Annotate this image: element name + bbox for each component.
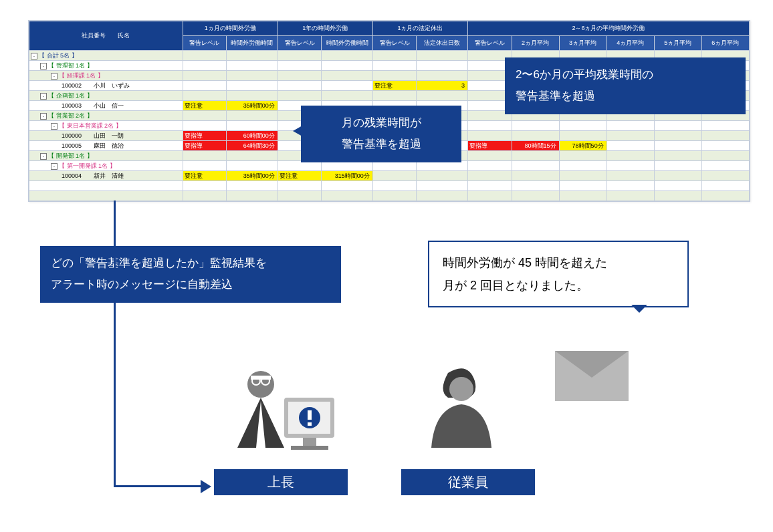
cell-emp1-lv3: 要注意 [372, 81, 417, 91]
cell-emp5-lv2: 要注意 [278, 171, 322, 181]
collapse-icon[interactable]: - [40, 93, 47, 100]
collapse-icon[interactable]: - [40, 63, 47, 70]
th-month-ot: 1ヵ月の時間外労働 [183, 21, 278, 36]
th-c12: 6ヵ月平均 [701, 36, 749, 51]
collapse-icon[interactable]: - [31, 53, 37, 59]
th-c2: 時間外労働時間 [227, 36, 278, 51]
actor-boss: 上長 [214, 361, 348, 495]
flow-line-vertical [114, 201, 116, 487]
actor-employee: 従業員 [401, 361, 535, 495]
boss-with-monitor-icon [224, 361, 338, 461]
collapse-icon[interactable]: - [40, 113, 47, 120]
label-boss: 上長 [214, 469, 348, 495]
th-c1: 警告レベル [183, 36, 227, 51]
collapse-icon[interactable]: - [51, 123, 58, 130]
th-holiday: 1ヵ月の法定休出 [372, 21, 467, 36]
svg-rect-10 [303, 438, 316, 446]
callout-month-overtime: 月の残業時間が 警告基準を超過 [301, 106, 461, 162]
th-c4: 時間外労働時間 [322, 36, 373, 51]
th-year-ot: 1年の時間外労働 [278, 21, 372, 36]
cell-emp4-lv4: 要指導 [467, 141, 512, 151]
th-c3: 警告レベル [278, 36, 322, 51]
cell-emp3-h1: 60時間00分 [227, 131, 278, 141]
row-dai1: -【 第一開発課 1名 】 [29, 161, 183, 171]
row-emp5: 100004 新井 清雄 [29, 171, 183, 181]
row-total: -【 合計 5名 】 [29, 51, 183, 61]
th-c10: 4ヵ月平均 [606, 36, 654, 51]
svg-rect-9 [308, 422, 312, 426]
callout-avg-overtime: 2〜6か月の平均残業時間の 警告基準を超過 [505, 57, 746, 114]
cell-emp4-m3: 78時間50分 [559, 141, 606, 151]
svg-rect-11 [291, 446, 328, 450]
cell-emp2-h1: 35時間00分 [227, 101, 278, 111]
row-kanri: -【 管理部 1名 】 [29, 61, 183, 71]
svg-point-0 [247, 371, 274, 398]
arrow-right-icon [201, 480, 211, 493]
row-emp3: 100000 山田 一朗 [29, 131, 183, 141]
cell-emp4-m2: 80時間15分 [512, 141, 559, 151]
cell-emp2-lv1: 要注意 [183, 101, 227, 111]
cell-emp4-lv1: 要指導 [183, 141, 227, 151]
callout-auto-insert: どの「警告基準を超過したか」監視結果を アラート時のメッセージに自動差込 [40, 246, 341, 303]
callout-month-tip-icon [293, 126, 302, 136]
cell-emp1-days: 3 [417, 81, 468, 91]
row-emp2: 100003 小山 信一 [29, 101, 183, 111]
cell-emp5-h1: 35時間00分 [227, 171, 278, 181]
th-c8: 2ヵ月平均 [512, 36, 559, 51]
row-eigyo: -【 営業部 2名 】 [29, 111, 183, 121]
collapse-icon[interactable]: - [51, 163, 58, 170]
th-c9: 3ヵ月平均 [559, 36, 606, 51]
row-emp1: 100002 小川 いずみ [29, 81, 183, 91]
th-c11: 5ヵ月平均 [654, 36, 701, 51]
th-c7: 警告レベル [467, 36, 512, 51]
row-keiri: -【 経理課 1名 】 [29, 71, 183, 81]
label-employee: 従業員 [401, 469, 535, 495]
mail-icon [555, 351, 629, 401]
cell-emp5-lv1: 要注意 [183, 171, 227, 181]
row-emp4: 100005 麻田 徳治 [29, 141, 183, 151]
row-kikaku: -【 企画部 1名 】 [29, 91, 183, 101]
row-kaihatsu: -【 開発部 1名 】 [29, 151, 183, 161]
cell-emp3-lv1: 要指導 [183, 131, 227, 141]
th-c5: 警告レベル [372, 36, 417, 51]
th-avg-ot: 2～6ヵ月の平均時間外労働 [467, 21, 749, 36]
th-employee: 社員番号 氏名 [29, 21, 183, 51]
svg-point-12 [449, 377, 473, 401]
th-c6: 法定休出日数 [417, 36, 468, 51]
callout-avg-tip-icon [562, 102, 575, 114]
svg-rect-8 [308, 410, 312, 420]
row-higashi: -【 東日本営業課 2名 】 [29, 121, 183, 131]
speech-alert-message: 時間外労働が 45 時間を超えた 月が 2 回目となりました。 [428, 241, 689, 307]
collapse-icon[interactable]: - [51, 73, 58, 80]
cell-emp4-h1: 64時間30分 [227, 141, 278, 151]
employee-icon [411, 361, 525, 461]
collapse-icon[interactable]: - [40, 153, 47, 160]
flow-line-horizontal [114, 485, 201, 487]
cell-emp5-h2: 315時間00分 [322, 171, 373, 181]
